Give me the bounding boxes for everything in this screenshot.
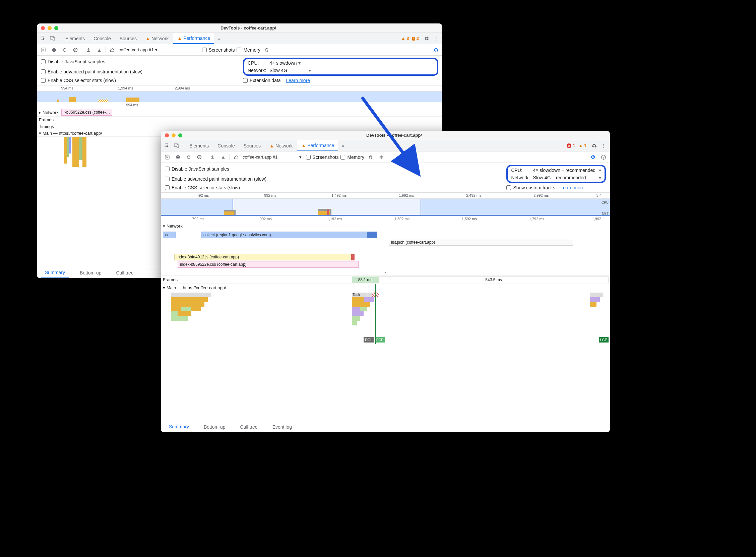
screenshots-checkbox[interactable]: Screenshots [306,154,339,160]
paint-instrumentation-checkbox[interactable]: Enable advanced paint instrumentation (s… [165,175,500,183]
inspect-icon[interactable] [163,141,172,150]
device-toggle-icon[interactable] [172,141,181,150]
minimize-icon[interactable] [172,134,176,138]
tab-summary[interactable]: Summary [165,421,193,432]
record-icon[interactable] [39,46,48,54]
close-icon[interactable] [41,26,45,30]
upload-icon[interactable] [208,153,217,162]
disable-js-checkbox[interactable]: Disable JavaScript samples [165,165,500,173]
inspect-icon[interactable] [39,34,48,43]
tab-sources[interactable]: Sources [116,33,141,44]
cpu-throttle-select[interactable]: 4× slowdown [269,60,430,66]
record-circle-icon[interactable] [174,153,182,162]
tab-console[interactable]: Console [89,33,115,44]
tab-summary[interactable]: Summary [41,267,69,278]
network-track[interactable]: ▾Network co… collect (region1.google-ana… [161,222,610,269]
tab-call-tree[interactable]: Call tree [236,421,262,432]
kebab-icon[interactable]: ⋮ [599,141,608,150]
tab-bottom-up[interactable]: Bottom-up [76,267,105,278]
tab-console[interactable]: Console [213,140,239,151]
warning-badge[interactable]: ▲ 3 [401,36,409,41]
download-icon[interactable] [219,153,228,162]
memory-checkbox[interactable]: Memory [237,47,261,53]
cpu-throttle-select[interactable]: 4× slowdown – recommended [533,168,596,173]
tab-network[interactable]: ▲Network [142,33,173,44]
frame-duration-a[interactable]: 88.1 ms [352,276,379,283]
memory-checkbox[interactable]: Memory [340,154,364,160]
tab-performance[interactable]: ▲Performance [297,140,338,151]
titlebar: DevTools - coffee-cart.app/ [37,24,442,33]
tab-event-log[interactable]: Event log [268,421,296,432]
help-icon[interactable]: ? [599,153,608,162]
error-badge[interactable]: ✕ 1 [567,143,575,148]
capture-settings-icon[interactable] [432,46,440,54]
lcp-marker[interactable]: LCP [599,337,609,343]
css-stats-checkbox[interactable]: Enable CSS selector stats (slow) [41,78,236,83]
tab-network[interactable]: ▲Network [265,140,297,151]
ruler[interactable]: 994 ms [37,102,442,108]
custom-tracks-checkbox[interactable]: Show custom tracks Learn more [506,185,606,190]
more-tabs-icon[interactable]: » [215,34,223,43]
download-icon[interactable] [95,46,103,54]
more-tabs-icon[interactable]: » [339,141,347,150]
gc-icon[interactable] [366,153,375,162]
learn-more-link[interactable]: Learn more [286,78,310,83]
css-stats-checkbox[interactable]: Enable CSS selector stats (slow) [165,185,500,190]
net-request-co[interactable]: co… [163,232,176,238]
tab-elements[interactable]: Elements [185,140,213,151]
tab-performance[interactable]: ▲Performance [173,33,214,44]
device-toggle-icon[interactable] [48,34,57,43]
gear-icon[interactable] [590,141,599,150]
clear-icon[interactable] [71,46,80,54]
network-throttle-select[interactable]: Slow 4G [269,68,311,73]
frames-track[interactable]: Frames 88.1 ms 543.5 ms [161,276,610,284]
zoom-icon[interactable] [54,26,58,30]
minimize-icon[interactable] [48,26,52,30]
paint-instrumentation-checkbox[interactable]: Enable advanced paint instrumentation (s… [41,68,236,76]
gear-icon[interactable] [422,34,431,43]
net-request-indexcss[interactable]: index-b859522e.css (coffee-cart.app) [178,261,359,268]
network-track-header[interactable]: ▸Network‹-b859522e.css (coffee-… [37,108,442,117]
timings-track-header[interactable]: Timings [37,123,442,130]
reload-icon[interactable] [60,46,69,54]
record-icon[interactable] [163,153,172,162]
main-track[interactable]: ▾Main — https://coffee-cart.app/ Task [161,284,610,344]
upload-icon[interactable] [84,46,93,54]
kebab-icon[interactable]: ⋮ [432,34,440,43]
net-request-indexjs[interactable]: index-8bfa4912.js (coffee-cart.app) [174,254,352,260]
frames-track-header[interactable]: Frames [37,117,442,123]
home-icon[interactable] [232,153,241,162]
dcl-marker[interactable]: DCL [364,337,374,343]
capture-settings-icon[interactable] [588,153,597,162]
warning-badge[interactable]: ▲ 1 [578,143,586,148]
clear-icon[interactable] [195,153,204,162]
disable-js-checkbox[interactable]: Disable JavaScript samples [41,58,236,66]
timeline-overview[interactable]: 994 ms 1,994 ms 2,994 ms [37,85,442,102]
net-request-listjson[interactable]: list.json (coffee-cart.app) [389,239,573,246]
network-throttle-select[interactable]: Slow 4G – recommended [533,175,596,180]
ruler-detail[interactable]: 792 ms 992 ms 1,192 ms 1,392 ms 1,592 ms… [161,216,610,222]
network-request-css[interactable]: ‹-b859522e.css (coffee-… [61,109,113,116]
extension-data-checkbox[interactable]: Extension data Learn more [243,78,438,83]
frame-duration-b[interactable]: 543.5 ms [379,276,609,283]
task-block[interactable]: Task [352,293,372,297]
trace-selector[interactable]: coffee-cart.app #1▾ [243,154,302,159]
home-icon[interactable] [108,46,117,54]
reload-icon[interactable] [184,153,193,162]
fcp-marker[interactable]: FCP [375,337,385,343]
learn-more-link[interactable]: Learn more [561,185,585,190]
gc-icon[interactable] [262,46,271,54]
tab-elements[interactable]: Elements [61,33,89,44]
zoom-icon[interactable] [178,134,182,138]
tab-call-tree[interactable]: Call tree [112,267,138,278]
tab-sources[interactable]: Sources [240,140,265,151]
record-circle-icon[interactable] [50,46,58,54]
close-icon[interactable] [165,134,169,138]
net-request-collect[interactable]: collect (region1.google-analytics.com) [201,232,369,238]
info-badge[interactable]: ! 2 [412,36,419,41]
shortcuts-icon[interactable] [377,153,386,162]
timeline-overview[interactable]: 492 ms 992 ms 1,492 ms 1,992 ms 2,492 ms… [161,193,610,216]
tab-bottom-up[interactable]: Bottom-up [200,421,230,432]
trace-selector[interactable]: coffee-cart.app #1▾ [119,47,157,52]
screenshots-checkbox[interactable]: Screenshots [202,47,235,53]
